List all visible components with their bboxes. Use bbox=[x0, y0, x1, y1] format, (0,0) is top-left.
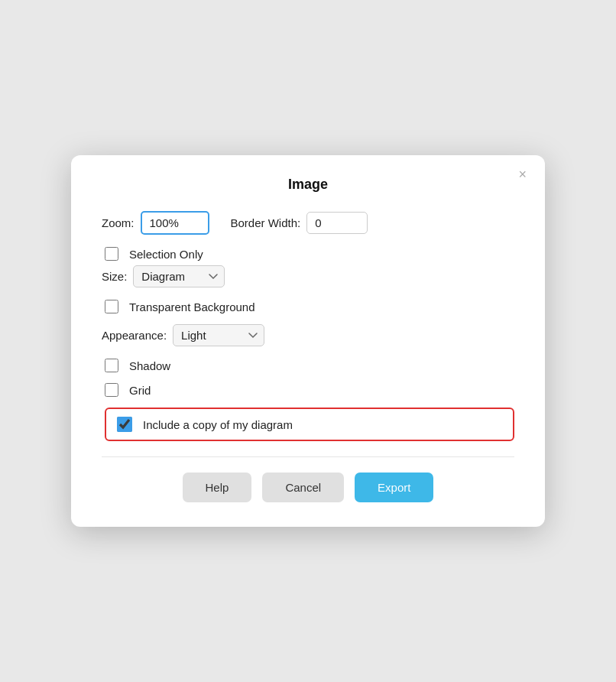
border-width-label: Border Width: bbox=[231, 216, 301, 229]
close-button[interactable]: × bbox=[514, 166, 531, 183]
selection-only-label: Selection Only bbox=[129, 248, 203, 261]
shadow-label: Shadow bbox=[129, 359, 170, 372]
appearance-select[interactable]: Light Dark Auto bbox=[173, 324, 264, 346]
dialog-title: Image bbox=[102, 177, 514, 193]
size-row: Size: Diagram Page Custom bbox=[102, 265, 514, 287]
selection-only-checkbox[interactable] bbox=[105, 247, 118, 261]
transparent-bg-checkbox[interactable] bbox=[105, 300, 118, 313]
appearance-row: Appearance: Light Dark Auto bbox=[102, 324, 514, 346]
grid-label: Grid bbox=[129, 384, 151, 397]
cancel-button[interactable]: Cancel bbox=[262, 473, 344, 502]
border-width-input[interactable] bbox=[306, 212, 368, 234]
include-copy-row: Include a copy of my diagram bbox=[105, 408, 514, 441]
export-button[interactable]: Export bbox=[355, 473, 433, 502]
shadow-row: Shadow bbox=[105, 359, 514, 372]
include-copy-label: Include a copy of my diagram bbox=[143, 418, 293, 431]
zoom-border-row: Zoom: Border Width: bbox=[102, 211, 514, 235]
divider bbox=[102, 456, 514, 457]
appearance-label: Appearance: bbox=[102, 329, 167, 342]
size-label: Size: bbox=[102, 270, 127, 283]
size-select[interactable]: Diagram Page Custom bbox=[133, 265, 225, 287]
zoom-input[interactable] bbox=[141, 211, 209, 235]
button-row: Help Cancel Export bbox=[102, 473, 514, 502]
selection-only-row: Selection Only bbox=[105, 247, 514, 261]
zoom-label: Zoom: bbox=[102, 216, 135, 229]
help-button[interactable]: Help bbox=[183, 473, 252, 502]
shadow-checkbox[interactable] bbox=[105, 359, 118, 372]
include-copy-checkbox[interactable] bbox=[117, 417, 132, 432]
border-width-group: Border Width: bbox=[231, 212, 368, 234]
grid-checkbox[interactable] bbox=[105, 383, 118, 397]
image-dialog: × Image Zoom: Border Width: Selection On… bbox=[71, 155, 545, 527]
grid-row: Grid bbox=[105, 383, 514, 397]
transparent-bg-row: Transparent Background bbox=[105, 300, 514, 313]
transparent-bg-label: Transparent Background bbox=[129, 300, 255, 313]
